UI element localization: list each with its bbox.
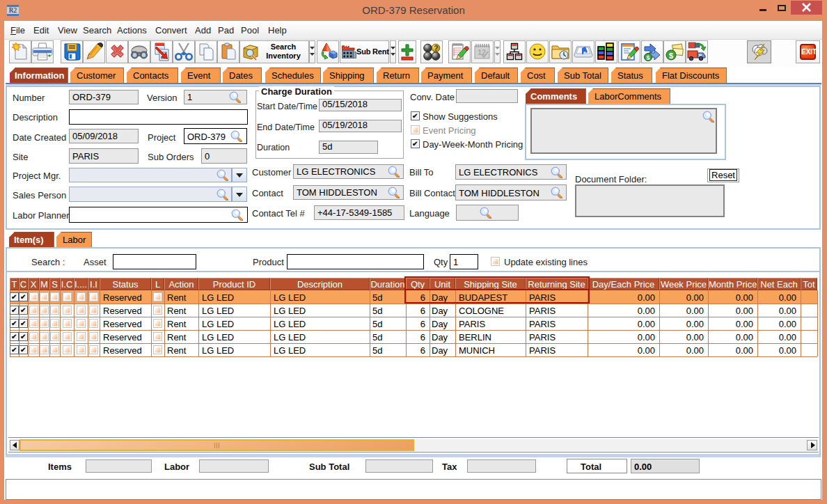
svg-text:?: ? [434, 45, 438, 52]
svg-text:$: $ [647, 54, 650, 61]
svg-text:$: $ [669, 52, 673, 60]
